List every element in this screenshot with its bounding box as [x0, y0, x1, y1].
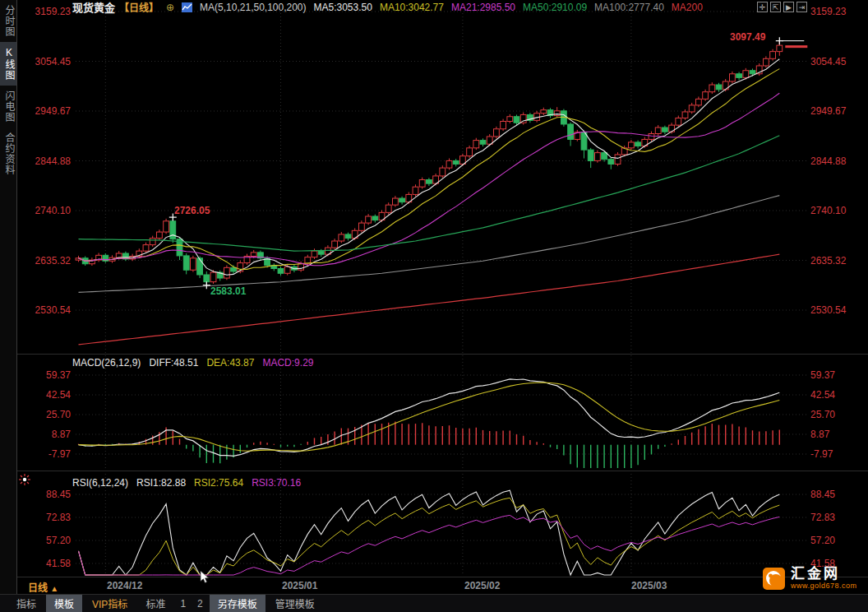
logo-name: 汇金网	[791, 567, 857, 581]
axis-label: 25.70	[20, 409, 71, 420]
manage-templates-button[interactable]: 管理模板	[267, 595, 323, 612]
axis-label: 59.37	[810, 369, 835, 381]
panel-divider	[16, 471, 868, 471]
symbol-name: 现货黄金	[72, 0, 115, 15]
macd-diff-value: DIFF:48.51	[149, 357, 198, 369]
axis-label: 2740.10	[20, 205, 71, 216]
axis-label: 2844.88	[810, 155, 846, 167]
macd-title[interactable]: MACD(26,12,9)	[72, 357, 141, 369]
macd-dea-value: DEA:43.87	[206, 357, 254, 369]
brand-logo: 汇金网 www.gold678.com	[763, 567, 857, 590]
sidebar-item-timeline-chart[interactable]: 分时图	[0, 0, 16, 42]
rsi3-value: RSI3:70.16	[252, 477, 301, 489]
ma21-value: MA21:2985.50	[451, 2, 515, 13]
axis-label: 2949.67	[20, 105, 71, 117]
period-text: 日线	[28, 582, 48, 594]
axis-label: 2740.10	[810, 205, 846, 216]
axis-label: 88.45	[20, 489, 71, 500]
ma-settings-label: MA(5,10,21,50,100,200)	[200, 2, 306, 13]
axis-label: 25.70	[810, 409, 835, 420]
axis-label: 72.83	[810, 512, 835, 523]
rsi-title[interactable]: RSI(6,12,24)	[72, 477, 128, 489]
logo-icon	[763, 568, 785, 590]
ma50-value: MA50:2910.09	[523, 2, 587, 13]
axis-label: 42.54	[20, 389, 71, 401]
tab-slot-2[interactable]: 2	[192, 596, 208, 611]
trading-app-window: 现货黄金 【日线】 ⊕ MA(5,10,21,50,100,200) MA5:3…	[0, 0, 868, 612]
axis-label: 42.54	[810, 389, 835, 401]
date-label: 2024/12	[107, 580, 142, 591]
chart-mode-sidebar: 分时图 K线图 闪电图 合约资料	[0, 0, 17, 594]
period-selector[interactable]: 日线 ▲	[28, 580, 58, 594]
axis-label: 2635.32	[20, 255, 71, 267]
axis-label: 3159.23	[810, 6, 846, 17]
ma100-value: MA100:2777.40	[594, 2, 664, 13]
chart-canvas[interactable]	[0, 0, 868, 612]
chart-header: 现货黄金 【日线】 ⊕ MA(5,10,21,50,100,200) MA5:3…	[72, 1, 703, 13]
ma5-value: MA5:3053.50	[314, 2, 372, 13]
tab-indicators[interactable]: 指标	[8, 595, 44, 612]
save-template-button[interactable]: 另存模板	[210, 595, 265, 612]
axis-label: 57.20	[20, 535, 71, 546]
axis-label: 2949.67	[810, 105, 846, 117]
chart-toolbar: ✛ ⇱ ▶ ⇥	[757, 2, 807, 12]
date-label: 2025/02	[464, 580, 500, 591]
rsi2-value: RSI2:75.64	[194, 477, 243, 489]
rsi-header: RSI(6,12,24) RSI1:82.88 RSI2:75.64 RSI3:…	[72, 477, 301, 489]
bottom-tab-bar: 指标 模板 VIP指标 标准 1 2 另存模板 管理模板	[0, 594, 868, 612]
crosshair-move-icon[interactable]: ✛	[757, 2, 768, 12]
period-label[interactable]: 【日线】	[119, 0, 159, 14]
rsi1-value: RSI1:82.88	[136, 477, 186, 489]
date-label: 2025/03	[631, 580, 667, 591]
tab-slot-1[interactable]: 1	[175, 596, 191, 611]
collapse-pane-icon[interactable]: ⇥	[796, 2, 807, 12]
axis-label: 72.83	[20, 512, 71, 523]
mouse-cursor	[200, 571, 211, 587]
axis-label: 59.37	[20, 369, 71, 381]
axis-label: 3054.45	[810, 56, 846, 67]
chevron-up-icon: ▲	[50, 584, 58, 593]
axis-label: 2530.54	[20, 304, 71, 316]
tab-templates[interactable]: 模板	[46, 595, 82, 612]
axis-label: 88.45	[810, 489, 835, 500]
date-label: 2025/01	[282, 580, 317, 591]
tab-vip-indicators[interactable]: VIP指标	[84, 595, 136, 612]
tab-standard[interactable]: 标准	[137, 595, 173, 612]
annotation-high: 3097.49	[730, 31, 765, 43]
axis-label: 2530.54	[810, 304, 846, 316]
macd-hist-value: MACD:9.29	[262, 357, 313, 369]
fit-scale-icon[interactable]: ⇱	[770, 2, 781, 12]
axis-label: 2844.88	[20, 155, 71, 167]
axis-label: 3054.45	[20, 56, 71, 67]
logo-url: www.gold678.com	[791, 582, 857, 590]
axis-label: 8.87	[20, 429, 71, 440]
timeline-bar: 日线 ▲ 2024/12 2025/01 2025/02 2025/03	[16, 577, 868, 594]
panel-divider	[16, 354, 868, 355]
indicator-alert-icon[interactable]	[19, 474, 30, 489]
annotation-swing-high: 2726.05	[174, 205, 210, 216]
macd-header: MACD(26,12,9) DIFF:48.51 DEA:43.87 MACD:…	[72, 357, 313, 369]
sidebar-item-contract-info[interactable]: 合约资料	[0, 128, 16, 180]
axis-label: -7.97	[20, 448, 71, 460]
auto-play-icon[interactable]: ▶	[783, 2, 794, 12]
annotation-swing-low: 2583.01	[210, 285, 246, 297]
sidebar-item-kline-chart[interactable]: K线图	[0, 42, 16, 86]
axis-label: 57.20	[810, 535, 835, 546]
chart-type-icon[interactable]	[182, 2, 192, 12]
axis-label: -7.97	[810, 448, 833, 460]
ma10-value: MA10:3042.77	[380, 2, 444, 13]
ma200-value: MA200	[672, 2, 703, 13]
sidebar-item-lightning-chart[interactable]: 闪电图	[0, 86, 16, 128]
axis-label: 41.58	[20, 558, 71, 569]
expand-icon[interactable]: ⊕	[166, 2, 174, 13]
axis-label: 2635.32	[810, 255, 846, 267]
axis-label: 3159.23	[20, 6, 71, 17]
axis-label: 8.87	[810, 429, 829, 440]
